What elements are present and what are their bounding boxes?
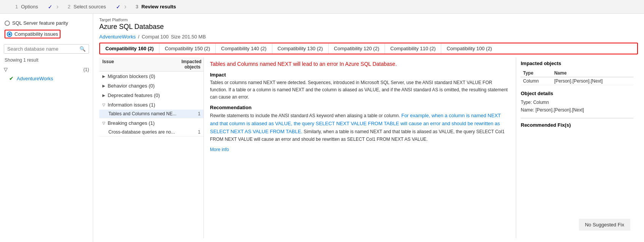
issue-row-tables-label: Tables and Columns named NE... [108,111,193,116]
radio-feature-parity [5,21,10,26]
breadcrumb: AdventureWorks / Compat 100 Size 201.50 … [99,34,638,40]
col-issue-header: Issue [102,59,181,70]
feature-parity-label: SQL Server feature parity [12,20,68,26]
detail-recommendation-text: Rewrite statements to include the ANSI s… [210,112,510,143]
section-deprecated-features: ▶ Deprecated features (0) [99,91,204,100]
detail-recommendation-highlight: For example, when a column is named NEXT… [210,113,501,134]
main-layout: SQL Server feature parity Compatibility … [0,14,644,242]
sidebar: SQL Server feature parity Compatibility … [0,14,93,242]
step-1-chevron-icon: › [56,3,59,11]
wizard-step-2[interactable]: 2 Select sources [60,4,114,10]
section-breaking-changes: ▽ Breaking changes (1) Cross-database qu… [99,118,204,137]
step-2-label: Select sources [73,4,106,10]
impacted-col-type: Type [521,69,552,77]
radio-dot [8,33,11,35]
issue-list-header: Issue Impacted objects [99,57,204,72]
section-deprecated-label: Deprecated features (0) [108,92,200,98]
db-group-expand-icon: ▽ [4,67,8,72]
section-breaking-header[interactable]: ▽ Breaking changes (1) [99,118,204,128]
db-group-adventureworks-header[interactable]: ▽ (1) [0,65,93,74]
wizard-step-3[interactable]: 3 Review results [128,4,184,10]
section-migration-label: Migration blockers (0) [108,73,200,79]
issue-row-cross-db-count: 1 [193,129,200,135]
section-breaking-label: Breaking changes (1) [108,120,200,126]
detail-impact-text: Tables or columns named NEXT were detect… [210,79,510,101]
compat-tab-120[interactable]: Compatibility 120 (2) [329,43,385,54]
section-deprecated-header[interactable]: ▶ Deprecated features (0) [99,91,204,100]
impacted-panel: Impacted objects Type Name Column [Perso… [516,57,638,238]
compat-tab-100[interactable]: Compatibility 100 (2) [441,43,497,54]
sidebar-options: SQL Server feature parity Compatibility … [0,18,93,41]
breadcrumb-sep: / [138,34,140,40]
section-migration-blockers-header[interactable]: ▶ Migration blockers (0) [99,72,204,81]
db-item-adventureworks[interactable]: ✔ AdventureWorks [0,74,93,83]
step-3-label: Review results [142,4,176,10]
issue-row-cross-db-label: Cross-database queries are no... [108,129,193,135]
issue-detail-panel: Tables and Columns named NEXT will lead … [204,57,516,238]
recommended-fix-title: Recommended Fix(s) [521,122,633,128]
more-info-link[interactable]: More info [210,147,510,152]
section-behavior-label: Behavior changes (0) [108,83,200,89]
wizard-step-1[interactable]: 1 Options [8,4,46,10]
object-detail-type: Type: Column [521,99,633,106]
compat-tabs: Compatibility 160 (2) Compatibility 150 … [99,43,638,54]
step-1-num: 1 [15,4,18,10]
db-name-label: AdventureWorks [17,76,53,81]
compat-tab-140[interactable]: Compatibility 140 (2) [216,43,272,54]
col-impacted-header: Impacted objects [181,59,200,70]
section-information-header[interactable]: ▽ Information issues (1) [99,100,204,110]
detail-impact-title: Impact [210,72,510,78]
search-database-input[interactable] [4,45,76,53]
breadcrumb-compat: Compat 100 [142,34,169,40]
divider [521,118,633,118]
impacted-objects-title: Impacted objects [521,61,633,66]
step-1-arrow: ✓ [46,2,55,11]
compat-tab-160[interactable]: Compatibility 160 (2) [100,43,159,54]
step-2-arrow: ✓ [114,2,123,11]
issue-list-panel: Issue Impacted objects ▶ Migration block… [99,57,204,238]
showing-result-label: Showing 1 result [0,57,93,65]
issue-row-tables-count: 1 [193,111,200,116]
step-1-label: Options [21,4,38,10]
compat-tab-130[interactable]: Compatibility 130 (2) [272,43,329,54]
section-behavior-header[interactable]: ▶ Behavior changes (0) [99,81,204,91]
step-2-num: 2 [68,4,70,10]
impacted-row-0-type: Column [521,77,552,85]
detail-recommendation-title: Recommendation [210,105,510,110]
compatibility-selected-box: Compatibility issues [5,30,60,38]
database-list: ▽ (1) ✔ AdventureWorks [0,65,93,238]
section-behavior-toggle: ▶ [102,84,105,88]
section-migration-toggle: ▶ [102,74,105,78]
breadcrumb-db-name[interactable]: AdventureWorks [99,34,136,40]
sidebar-item-feature-parity[interactable]: SQL Server feature parity [5,19,88,27]
impacted-row-0[interactable]: Column [Person].[Person].[Next] [521,77,633,85]
step-2-chevron-icon: › [124,3,127,11]
target-platform-label: Target Platform [99,18,638,22]
radio-compatibility [7,32,12,37]
section-information-toggle: ▽ [102,103,105,107]
search-database-box[interactable]: 🔍 [4,44,89,54]
search-icon[interactable]: 🔍 [76,45,89,53]
compatibility-issues-label: Compatibility issues [14,31,58,37]
section-information-label: Information issues (1) [108,102,200,108]
impacted-row-0-name: [Person].[Person].[Next] [552,77,633,85]
sidebar-item-compatibility-issues[interactable]: Compatibility issues [5,29,88,40]
section-information-issues: ▽ Information issues (1) Tables and Colu… [99,100,204,118]
main-content: Target Platform Azure SQL Database Adven… [93,14,644,242]
platform-title: Azure SQL Database [99,23,638,31]
wizard-bar: 1 Options ✓ › 2 Select sources ✓ › 3 Rev… [0,0,644,14]
issue-panel: Issue Impacted objects ▶ Migration block… [99,57,638,238]
issue-row-tables-columns[interactable]: Tables and Columns named NE... 1 [99,110,204,118]
breadcrumb-size: Size 201.50 MB [171,34,206,40]
object-detail-name: Name: [Person].[Person].[Next] [521,106,633,114]
section-deprecated-toggle: ▶ [102,93,105,97]
compat-tab-110[interactable]: Compatibility 110 (2) [385,43,441,54]
issue-row-cross-db[interactable]: Cross-database queries are no... 1 [99,128,204,137]
green-check-icon: ✔ [9,75,14,81]
section-migration-blockers: ▶ Migration blockers (0) [99,72,204,81]
object-details-title: Object details [521,91,633,96]
impacted-objects-table: Type Name Column [Person].[Person].[Next… [521,69,633,85]
step-3-num: 3 [136,4,138,10]
no-fix-box: No Suggested Fix [579,219,630,231]
compat-tab-150[interactable]: Compatibility 150 (2) [159,43,216,54]
